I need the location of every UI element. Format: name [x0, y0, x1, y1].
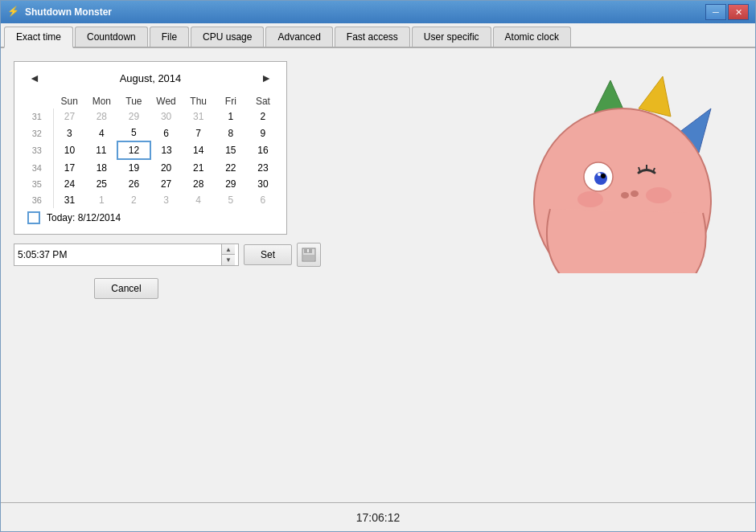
calendar-day[interactable]: 5: [117, 125, 150, 141]
cal-day-header: Mon: [85, 94, 117, 108]
calendar-day[interactable]: 26: [117, 176, 150, 192]
tab-cpu-usage[interactable]: CPU usage: [191, 27, 264, 47]
calendar-day[interactable]: 4: [85, 125, 117, 141]
svg-point-11: [598, 173, 601, 176]
svg-point-15: [577, 191, 603, 207]
week-number: 33: [21, 141, 53, 159]
status-time: 17:06:12: [356, 511, 401, 524]
calendar-day[interactable]: 2: [247, 108, 279, 125]
calendar-week-row: 3310111213141516: [21, 141, 279, 159]
set-button[interactable]: Set: [244, 244, 292, 265]
svg-point-10: [601, 174, 606, 178]
time-input-field[interactable]: 5:05:37 PM ▲ ▼: [14, 243, 239, 266]
calendar-day[interactable]: 22: [215, 159, 247, 176]
left-panel: ◄ August, 2014 ► SunMonTueWedThuFriSat 3…: [14, 61, 321, 489]
tab-user-specific[interactable]: User specific: [412, 27, 491, 47]
week-number: 35: [21, 176, 53, 192]
calendar-day[interactable]: 27: [150, 176, 183, 192]
cancel-button[interactable]: Cancel: [94, 278, 158, 299]
time-spinner: ▲ ▼: [221, 244, 235, 265]
today-label: Today: 8/12/2014: [47, 212, 121, 223]
calendar: ◄ August, 2014 ► SunMonTueWedThuFriSat 3…: [14, 61, 287, 235]
calendar-day[interactable]: 18: [85, 159, 117, 176]
calendar-day[interactable]: 6: [150, 125, 183, 141]
calendar-day[interactable]: 6: [247, 192, 279, 208]
week-number: 32: [21, 125, 53, 141]
calendar-day[interactable]: 27: [53, 108, 85, 125]
calendar-day[interactable]: 2: [117, 192, 150, 208]
calendar-day[interactable]: 31: [183, 108, 215, 125]
calendar-day[interactable]: 20: [150, 159, 183, 176]
calendar-day[interactable]: 30: [247, 176, 279, 192]
time-value: 5:05:37 PM: [18, 249, 221, 260]
svg-point-17: [621, 192, 629, 198]
calendar-day[interactable]: 9: [247, 125, 279, 141]
tab-bar: Exact timeCountdownFileCPU usageAdvanced…: [1, 23, 755, 48]
calendar-day[interactable]: 3: [53, 125, 85, 141]
today-row: Today: 8/12/2014: [21, 208, 280, 227]
svg-point-16: [646, 187, 672, 203]
svg-point-18: [631, 190, 639, 197]
monster-mascot: [506, 64, 731, 273]
tab-fast-access[interactable]: Fast access: [335, 27, 410, 47]
monster-svg: [506, 64, 731, 273]
buttons-row: Cancel: [14, 278, 321, 299]
calendar-day[interactable]: 24: [53, 176, 85, 192]
calendar-day[interactable]: 30: [150, 108, 183, 125]
calendar-day[interactable]: 29: [117, 108, 150, 125]
time-row: 5:05:37 PM ▲ ▼ Set: [14, 243, 321, 267]
cal-day-header: Sat: [247, 94, 279, 108]
calendar-week-row: 323456789: [21, 125, 279, 141]
close-button[interactable]: ✕: [728, 4, 749, 20]
calendar-day[interactable]: 14: [183, 141, 215, 159]
save-button[interactable]: [297, 243, 321, 267]
svg-rect-2: [307, 249, 309, 252]
minimize-button[interactable]: ─: [705, 4, 726, 20]
calendar-day[interactable]: 4: [183, 192, 215, 208]
main-window: ⚡ Shutdown Monster ─ ✕ Exact timeCountdo…: [0, 0, 756, 532]
calendar-week-row: 3417181920212223: [21, 159, 279, 176]
week-number: 31: [21, 108, 53, 125]
tab-file[interactable]: File: [150, 27, 189, 47]
svg-rect-3: [303, 255, 314, 260]
week-number: 34: [21, 159, 53, 176]
calendar-day[interactable]: 21: [183, 159, 215, 176]
calendar-prev-button[interactable]: ◄: [24, 70, 45, 86]
tab-exact-time[interactable]: Exact time: [4, 27, 73, 48]
calendar-day[interactable]: 19: [117, 159, 150, 176]
calendar-week-row: 3631123456: [21, 192, 279, 208]
calendar-day[interactable]: 23: [247, 159, 279, 176]
title-bar: ⚡ Shutdown Monster ─ ✕: [1, 1, 755, 23]
calendar-day[interactable]: 17: [53, 159, 85, 176]
calendar-day[interactable]: 11: [85, 141, 117, 159]
today-indicator: [27, 211, 40, 224]
calendar-day[interactable]: 16: [247, 141, 279, 159]
calendar-day[interactable]: 28: [183, 176, 215, 192]
calendar-day[interactable]: 10: [53, 141, 85, 159]
calendar-month-year: August, 2014: [120, 72, 182, 84]
calendar-day[interactable]: 13: [150, 141, 183, 159]
calendar-day[interactable]: 1: [85, 192, 117, 208]
calendar-day[interactable]: 7: [183, 125, 215, 141]
time-increment-button[interactable]: ▲: [222, 244, 235, 255]
calendar-day[interactable]: 8: [215, 125, 247, 141]
calendar-day[interactable]: 5: [215, 192, 247, 208]
calendar-day[interactable]: 12: [117, 141, 150, 159]
calendar-day[interactable]: 31: [53, 192, 85, 208]
calendar-week-row: 3524252627282930: [21, 176, 279, 192]
calendar-day[interactable]: 29: [215, 176, 247, 192]
cal-day-header: Fri: [215, 94, 247, 108]
time-decrement-button[interactable]: ▼: [222, 255, 235, 265]
calendar-day[interactable]: 15: [215, 141, 247, 159]
calendar-day[interactable]: 28: [85, 108, 117, 125]
calendar-day[interactable]: 1: [215, 108, 247, 125]
calendar-next-button[interactable]: ►: [256, 70, 277, 86]
calendar-day[interactable]: 25: [85, 176, 117, 192]
tab-advanced[interactable]: Advanced: [265, 27, 332, 47]
calendar-day[interactable]: 3: [150, 192, 183, 208]
cal-day-header: Thu: [183, 94, 215, 108]
main-content: ◄ August, 2014 ► SunMonTueWedThuFriSat 3…: [1, 48, 755, 502]
week-col-header: [21, 94, 53, 108]
tab-atomic-clock[interactable]: Atomic clock: [493, 27, 571, 47]
tab-countdown[interactable]: Countdown: [75, 27, 148, 47]
